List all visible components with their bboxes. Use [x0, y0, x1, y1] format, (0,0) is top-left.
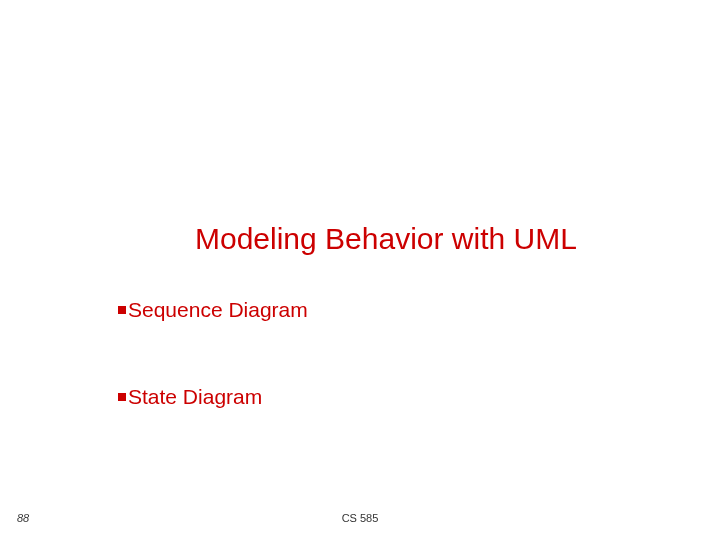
- slide: Modeling Behavior with UML Sequence Diag…: [0, 0, 720, 540]
- bullet-marker-icon: [118, 306, 126, 314]
- slide-title: Modeling Behavior with UML: [195, 222, 577, 256]
- bullet-text: State Diagram: [128, 385, 262, 409]
- bullet-text: Sequence Diagram: [128, 298, 308, 322]
- bullet-item-1: Sequence Diagram: [118, 298, 308, 322]
- bullet-item-2: State Diagram: [118, 385, 262, 409]
- bullet-marker-icon: [118, 393, 126, 401]
- footer-text: CS 585: [342, 512, 379, 524]
- page-number: 88: [17, 512, 29, 524]
